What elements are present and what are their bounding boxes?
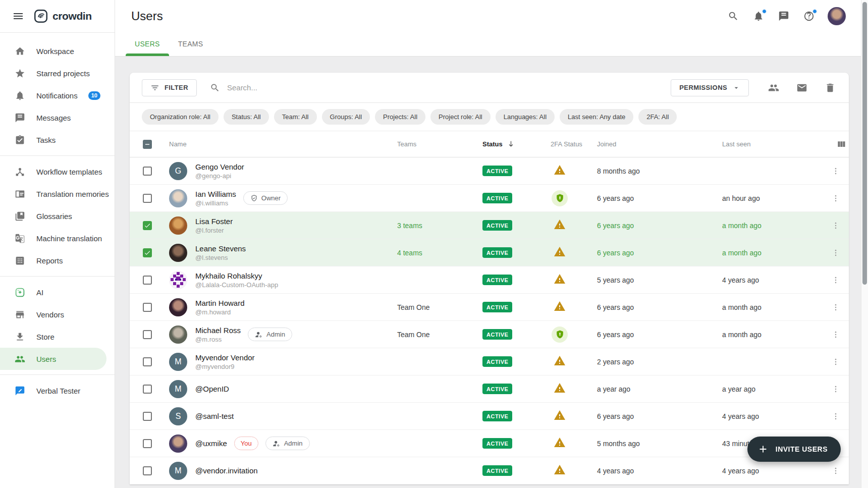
- search-input[interactable]: [227, 83, 439, 92]
- row-checkbox[interactable]: [143, 357, 152, 366]
- filter-chip[interactable]: Projects: All: [375, 109, 425, 125]
- column-header-last-seen[interactable]: Last seen: [722, 140, 829, 148]
- filter-chip[interactable]: Groups: All: [322, 109, 370, 125]
- row-checkbox[interactable]: [143, 412, 152, 421]
- row-checkbox[interactable]: [143, 466, 152, 475]
- sidebar-item-verbal-tester[interactable]: Verbal Tester: [0, 379, 115, 402]
- sidebar-item-workspace[interactable]: Workspace: [0, 40, 115, 62]
- user-name[interactable]: @OpenID: [195, 384, 229, 394]
- tab-users[interactable]: USERS: [126, 32, 169, 56]
- user-identity: Myvendor Vendor@myvendor9: [195, 353, 255, 371]
- filter-chip[interactable]: Team: All: [274, 109, 317, 125]
- row-menu-button[interactable]: [829, 164, 843, 178]
- sidebar-item-tasks[interactable]: Tasks: [0, 129, 115, 151]
- user-handle: @i.williams: [195, 199, 236, 207]
- row-checkbox[interactable]: [143, 276, 152, 285]
- row-checkbox[interactable]: [143, 330, 152, 339]
- sort-desc-icon: [507, 140, 515, 148]
- columns-settings-icon[interactable]: [835, 138, 848, 151]
- user-name[interactable]: Leane Stevens: [195, 244, 246, 253]
- topbar-icons: [727, 7, 846, 25]
- sidebar-item-users[interactable]: Users: [0, 348, 106, 370]
- column-header-name[interactable]: Name: [158, 140, 397, 148]
- row-menu-button[interactable]: [829, 355, 843, 369]
- chat-icon[interactable]: [777, 10, 790, 23]
- delete-icon[interactable]: [824, 81, 837, 94]
- sidebar-item-glossaries[interactable]: Glossaries: [0, 205, 115, 227]
- user-name[interactable]: Michael Ross: [195, 326, 241, 335]
- select-all-checkbox[interactable]: [143, 140, 152, 149]
- row-checkbox-cell: [130, 412, 158, 421]
- teams-cell[interactable]: Team One: [397, 303, 482, 311]
- teams-cell[interactable]: Team One: [397, 331, 482, 339]
- bell-icon[interactable]: [752, 10, 765, 23]
- sidebar-item-workflow-templates[interactable]: Workflow templates: [0, 160, 115, 183]
- user-name[interactable]: @uxmike: [195, 439, 227, 448]
- sidebar-item-notifications[interactable]: Notifications10: [0, 84, 115, 106]
- row-checkbox[interactable]: [143, 167, 152, 176]
- sidebar-nav: WorkspaceStarred projectsNotifications10…: [0, 33, 115, 402]
- teams-cell[interactable]: 3 teams: [397, 222, 482, 230]
- status-badge: ACTIVE: [482, 438, 512, 449]
- email-icon[interactable]: [795, 81, 808, 94]
- user-name[interactable]: Myvendor Vendor: [195, 353, 255, 362]
- row-checkbox[interactable]: [143, 221, 152, 230]
- user-name[interactable]: Mykhailo Rohalskyy: [195, 271, 278, 281]
- filter-button[interactable]: FILTER: [142, 79, 197, 96]
- crowdin-logo[interactable]: crowdin: [33, 9, 92, 24]
- sidebar-item-reports[interactable]: Reports: [0, 249, 115, 272]
- tab-teams[interactable]: TEAMS: [169, 32, 212, 56]
- page-title: Users: [131, 9, 163, 23]
- user-name[interactable]: Martin Howard: [195, 298, 245, 308]
- row-menu-button[interactable]: [829, 382, 843, 396]
- row-checkbox[interactable]: [143, 248, 152, 257]
- row-checkbox[interactable]: [143, 385, 152, 394]
- invite-users-button[interactable]: INVITE USERS: [747, 437, 841, 462]
- help-icon[interactable]: [802, 10, 816, 23]
- teams-cell[interactable]: 4 teams: [397, 249, 482, 257]
- filter-chip[interactable]: Project role: All: [430, 109, 491, 125]
- filter-chip[interactable]: Organization role: All: [142, 109, 219, 125]
- status-cell: ACTIVE: [482, 302, 551, 312]
- row-menu-button[interactable]: [829, 191, 843, 205]
- row-actions-cell: [829, 464, 849, 478]
- scrollbar-thumb[interactable]: [862, 2, 867, 285]
- filter-chip[interactable]: Last seen: Any date: [560, 109, 633, 125]
- search-icon[interactable]: [727, 10, 740, 23]
- row-checkbox[interactable]: [143, 194, 152, 203]
- row-menu-button[interactable]: [829, 464, 843, 478]
- column-header-2fa[interactable]: 2FA Status: [551, 140, 597, 148]
- add-to-team-icon[interactable]: [767, 81, 780, 94]
- row-menu-button[interactable]: [829, 328, 843, 342]
- user-name[interactable]: Lisa Foster: [195, 216, 233, 226]
- column-header-status[interactable]: Status: [482, 140, 551, 148]
- column-header-joined[interactable]: Joined: [597, 140, 722, 148]
- user-avatar[interactable]: [828, 7, 846, 25]
- filter-chip[interactable]: Status: All: [224, 109, 269, 125]
- row-checkbox[interactable]: [143, 303, 152, 312]
- sidebar-item-machine-translation[interactable]: Machine translation: [0, 227, 115, 249]
- sidebar-item-messages[interactable]: Messages: [0, 106, 115, 129]
- sidebar-item-starred-projects[interactable]: Starred projects: [0, 62, 115, 84]
- user-name[interactable]: Gengo Vendor: [195, 162, 244, 172]
- sidebar-item-vendors[interactable]: Vendors: [0, 303, 115, 326]
- user-name[interactable]: Ian Williams: [195, 189, 236, 199]
- sidebar-item-store[interactable]: Store: [0, 326, 115, 348]
- column-header-teams[interactable]: Teams: [397, 140, 482, 148]
- filter-chip[interactable]: Languages: All: [496, 109, 555, 125]
- menu-icon[interactable]: [11, 9, 25, 23]
- permissions-dropdown[interactable]: PERMISSIONS: [671, 79, 749, 96]
- workflow-icon: [14, 166, 25, 177]
- sidebar-item-translation-memories[interactable]: Translation memories: [0, 183, 115, 205]
- user-name[interactable]: @saml-test: [195, 411, 234, 421]
- sidebar-item-ai[interactable]: AI: [0, 281, 115, 303]
- row-menu-button[interactable]: [829, 409, 843, 423]
- sidebar-item-label: Translation memories: [36, 190, 109, 198]
- row-menu-button[interactable]: [829, 246, 843, 260]
- row-menu-button[interactable]: [829, 300, 843, 314]
- row-checkbox[interactable]: [143, 439, 152, 448]
- row-menu-button[interactable]: [829, 219, 843, 233]
- row-menu-button[interactable]: [829, 273, 843, 287]
- user-name[interactable]: @vendor.invitation: [195, 466, 258, 475]
- filter-chip[interactable]: 2FA: All: [638, 109, 677, 125]
